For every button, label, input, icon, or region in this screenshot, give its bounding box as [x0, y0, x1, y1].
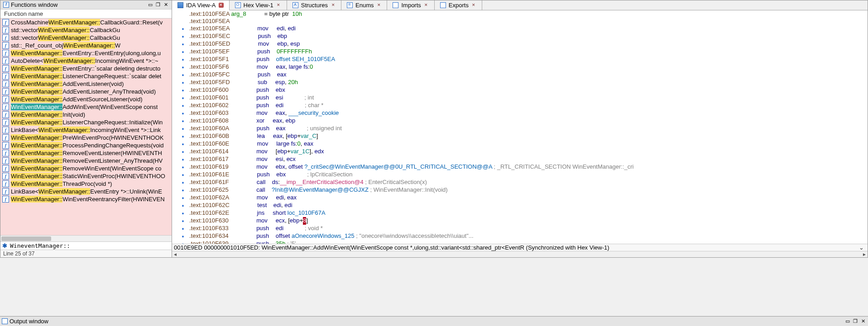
- function-name: WinEventManager::RemoveWinEvent(WinEvent…: [11, 165, 161, 172]
- function-icon: f: [2, 34, 9, 41]
- function-icon: f: [2, 127, 9, 133]
- gutter: ●: [177, 48, 189, 56]
- disasm-line[interactable]: ●.text:1010F617 mov esi, ecx: [177, 156, 868, 163]
- tab-close-icon[interactable]: ✕: [471, 3, 476, 8]
- disasm-line[interactable]: ●.text:1010F625 call ?Init@WinEventManag…: [177, 186, 868, 194]
- tab-close-icon[interactable]: ✕: [276, 3, 281, 8]
- function-row[interactable]: fLinkBase<WinEventManager::EventEntry *>…: [0, 188, 172, 195]
- panel-close-icon[interactable]: ✕: [163, 2, 169, 8]
- sync-dropdown-icon[interactable]: ⌄: [857, 244, 866, 251]
- panel-menu-icon[interactable]: ▭: [147, 2, 153, 8]
- disasm-line[interactable]: ●.text:1010F614 mov [ebp+var_1C], edx: [177, 148, 868, 156]
- disasm-line[interactable]: .text:1010F5EA arg_8 = byte ptr 10h: [177, 10, 868, 18]
- function-row[interactable]: fWinEventManager::ListenerChangeRequest:…: [0, 118, 172, 126]
- gutter: ●: [177, 202, 189, 209]
- gutter: ●: [177, 225, 189, 232]
- function-row[interactable]: fLinkBase<WinEventManager::IncomingWinEv…: [0, 126, 172, 134]
- disasm-line[interactable]: ●.text:1010F60E mov large fs:0, eax: [177, 140, 868, 148]
- function-row[interactable]: fWinEventManager::AddWinEvent(WinEventSc…: [0, 103, 172, 111]
- function-row[interactable]: fCrossMachineWinEventManager::CallbackGu…: [0, 19, 172, 26]
- function-row[interactable]: fWinEventManager::StaticWinEventProc(HWI…: [0, 172, 172, 180]
- tab-close-icon[interactable]: ✕: [219, 3, 224, 8]
- function-row[interactable]: fWinEventManager::ListenerChangeRequest:…: [0, 72, 172, 80]
- tab-label: Enums: [355, 2, 374, 9]
- panel-restore-icon[interactable]: ❐: [155, 2, 161, 8]
- tab-close-icon[interactable]: ✕: [424, 3, 429, 8]
- disassembly-hscrollbar[interactable]: ◄ ►: [172, 251, 868, 257]
- tab-close-icon[interactable]: ✕: [376, 3, 381, 8]
- function-row[interactable]: fWinEventManager::AddEventListener(void): [0, 80, 172, 88]
- gutter: ●: [177, 40, 189, 48]
- function-icon: f: [2, 134, 9, 141]
- disassembly-view[interactable]: .text:1010F5EA arg_8 = byte ptr 10h.text…: [172, 10, 868, 244]
- output-close-icon[interactable]: ✕: [860, 318, 866, 324]
- output-restore-icon[interactable]: ❐: [852, 318, 858, 324]
- disasm-line[interactable]: ●.text:1010F603 mov eax, ___security_coo…: [177, 109, 868, 117]
- disasm-line[interactable]: ●.text:1010F5F1 push offset SEH_1010F5EA: [177, 56, 868, 63]
- disasm-line[interactable]: ●.text:1010F61F call ds:__imp__EnterCrit…: [177, 179, 868, 186]
- tab-enums[interactable]: Enums✕: [341, 0, 387, 10]
- output-menu-icon[interactable]: ▭: [844, 318, 851, 324]
- tab-label: Hex View-1: [244, 2, 273, 9]
- disasm-line[interactable]: ●.text:1010F5F6 mov eax, large fs:0: [177, 63, 868, 71]
- function-name: WinEventManager::AddEventListener_AnyThr…: [11, 88, 156, 95]
- disasm-line[interactable]: ●.text:1010F5ED mov ebp, esp: [177, 40, 868, 48]
- function-row[interactable]: fstd::vectorWinEventManager::CallbackGu: [0, 34, 172, 42]
- tab-hex-view-1[interactable]: Hex View-1✕: [230, 0, 287, 10]
- disasm-line[interactable]: ●.text:1010F5EC push ebp: [177, 33, 868, 40]
- disasm-line[interactable]: ●.text:1010F60B lea eax, [ebp+var_C]: [177, 132, 868, 140]
- disasm-line[interactable]: ●.text:1010F630 mov ecx, [ebp+8]: [177, 217, 868, 225]
- disasm-line[interactable]: ●.text:1010F634 push offset aOnecoreWind…: [177, 232, 868, 240]
- disasm-line[interactable]: ●.text:1010F62E jns short loc_1010F67A: [177, 209, 868, 217]
- functions-hscrollbar[interactable]: [0, 235, 172, 241]
- tab-close-icon[interactable]: ✕: [331, 3, 336, 8]
- disasm-line[interactable]: ●.text:1010F61E push ebx ; lpCriticalSec…: [177, 171, 868, 179]
- disasm-line[interactable]: ●.text:1010F62A mov edi, eax: [177, 194, 868, 202]
- disasm-line[interactable]: ●.text:1010F639 push 35h ; '5': [177, 240, 868, 244]
- function-row[interactable]: fstd::vectorWinEventManager::CallbackGu: [0, 26, 172, 34]
- disasm-line[interactable]: ●.text:1010F602 push edi ; char *: [177, 102, 868, 109]
- function-row[interactable]: fWinEventManager::ThreadProc(void *): [0, 180, 172, 188]
- disasm-line[interactable]: ●.text:1010F60A push eax ; unsigned int: [177, 125, 868, 132]
- gutter: ●: [177, 79, 189, 86]
- function-row[interactable]: fWinEventManager::RemoveEventListener(HW…: [0, 149, 172, 157]
- tab-imports[interactable]: Imports✕: [387, 0, 434, 10]
- gutter: ●: [177, 117, 189, 125]
- function-row[interactable]: fWinEventManager::RemoveEventListener_An…: [0, 157, 172, 165]
- disasm-line[interactable]: .text:1010F5EA: [177, 18, 868, 25]
- tab-exports[interactable]: Exports✕: [435, 0, 482, 10]
- disasm-line[interactable]: ●.text:1010F608 xor eax, ebp: [177, 117, 868, 125]
- disasm-line[interactable]: ●.text:1010F619 mov ebx, offset ?_critSe…: [177, 163, 868, 171]
- disasm-line[interactable]: ●.text:1010F601 push esi ; int: [177, 94, 868, 102]
- disasm-line[interactable]: ●.text:1010F5FD sub esp, 20h: [177, 79, 868, 86]
- function-row[interactable]: fWinEventManager::WinEventReentrancyFilt…: [0, 195, 172, 203]
- disasm-line[interactable]: ●.text:1010F5EA mov edi, edi: [177, 25, 868, 33]
- disasm-line[interactable]: ●.text:1010F600 push ebx: [177, 86, 868, 94]
- scroll-right-icon[interactable]: ►: [861, 251, 868, 257]
- tab-ida-view-a[interactable]: IDA View-A✕: [172, 0, 230, 10]
- function-row[interactable]: fWinEventManager::ProcessPendingChangeRe…: [0, 142, 172, 149]
- function-row[interactable]: fWinEventManager::AddEventListener_AnyTh…: [0, 88, 172, 95]
- disasm-line[interactable]: ●.text:1010F5FC push eax: [177, 71, 868, 79]
- function-row[interactable]: fWinEventManager::Init(void): [0, 111, 172, 118]
- function-row[interactable]: fWinEventManager::EventEntry::EventEntry…: [0, 49, 172, 57]
- gutter: ●: [177, 109, 189, 117]
- function-row[interactable]: fstd::_Ref_count_objWinEventManager::W: [0, 42, 172, 49]
- function-row[interactable]: fAutoDelete<WinEventManager::IncomingWin…: [0, 57, 172, 65]
- tab-label: Imports: [401, 2, 421, 9]
- function-row[interactable]: fWinEventManager::RemoveWinEvent(WinEven…: [0, 165, 172, 172]
- function-row[interactable]: fWinEventManager::AddEventSourceListener…: [0, 95, 172, 103]
- function-name: std::vectorWinEventManager::CallbackGu: [11, 27, 120, 33]
- filter-clear-icon[interactable]: ✱: [2, 242, 7, 249]
- disasm-line[interactable]: ●.text:1010F62C test edi, edi: [177, 202, 868, 209]
- function-row[interactable]: fWinEventManager::PreWinEventProc(HWINEV…: [0, 134, 172, 142]
- functions-filter-input[interactable]: [10, 242, 170, 249]
- functions-column-header[interactable]: Function name: [0, 9, 172, 19]
- functions-list[interactable]: fCrossMachineWinEventManager::CallbackGu…: [0, 19, 172, 235]
- tab-structures[interactable]: Structures✕: [287, 0, 341, 10]
- function-row[interactable]: fWinEventManager::EventEntry::`scalar de…: [0, 65, 172, 72]
- disasm-line[interactable]: ●.text:1010F5EF push 0FFFFFFFFh: [177, 48, 868, 56]
- function-name: WinEventManager::RemoveEventListener_Any…: [11, 157, 163, 164]
- scroll-left-icon[interactable]: ◄: [172, 251, 178, 257]
- disasm-line[interactable]: ●.text:1010F633 push edi ; void *: [177, 225, 868, 232]
